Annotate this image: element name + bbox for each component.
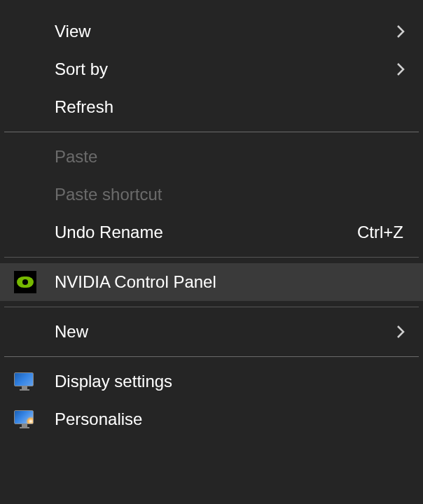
menu-separator	[4, 132, 419, 132]
menu-item-display-settings[interactable]: Display settings	[0, 363, 423, 400]
keyboard-shortcut: Ctrl+Z	[357, 223, 408, 242]
menu-label: Paste shortcut	[55, 185, 408, 204]
chevron-right-icon	[394, 324, 408, 340]
menu-item-refresh[interactable]: Refresh	[0, 88, 423, 126]
menu-separator	[4, 307, 419, 307]
nvidia-icon	[14, 271, 36, 293]
menu-item-view[interactable]: View	[0, 13, 423, 50]
menu-item-undo-rename[interactable]: Undo Rename Ctrl+Z	[0, 214, 423, 251]
menu-label: View	[55, 22, 394, 41]
menu-item-nvidia-control-panel[interactable]: NVIDIA Control Panel	[0, 263, 423, 301]
menu-item-sort-by[interactable]: Sort by	[0, 50, 423, 88]
chevron-right-icon	[394, 62, 408, 77]
menu-label: New	[55, 322, 394, 342]
icon-slot	[15, 271, 55, 293]
icon-slot	[15, 410, 55, 428]
menu-label: Personalise	[55, 410, 408, 429]
menu-separator	[4, 257, 419, 258]
menu-item-paste-shortcut: Paste shortcut	[0, 176, 423, 214]
menu-item-new[interactable]: New	[0, 313, 423, 351]
menu-label: NVIDIA Control Panel	[55, 272, 408, 292]
personalise-icon	[14, 410, 35, 428]
chevron-right-icon	[394, 24, 408, 39]
menu-label: Paste	[55, 147, 408, 167]
icon-slot	[15, 372, 55, 391]
menu-label: Sort by	[55, 59, 394, 79]
menu-item-personalise[interactable]: Personalise	[0, 400, 423, 438]
menu-item-paste: Paste	[0, 138, 423, 176]
monitor-icon	[14, 372, 35, 391]
menu-label: Refresh	[55, 97, 408, 117]
menu-separator	[4, 356, 419, 357]
menu-label: Undo Rename	[55, 223, 357, 242]
menu-label: Display settings	[55, 372, 408, 391]
desktop-context-menu: View Sort by Refresh Paste Paste shortcu…	[0, 0, 423, 504]
